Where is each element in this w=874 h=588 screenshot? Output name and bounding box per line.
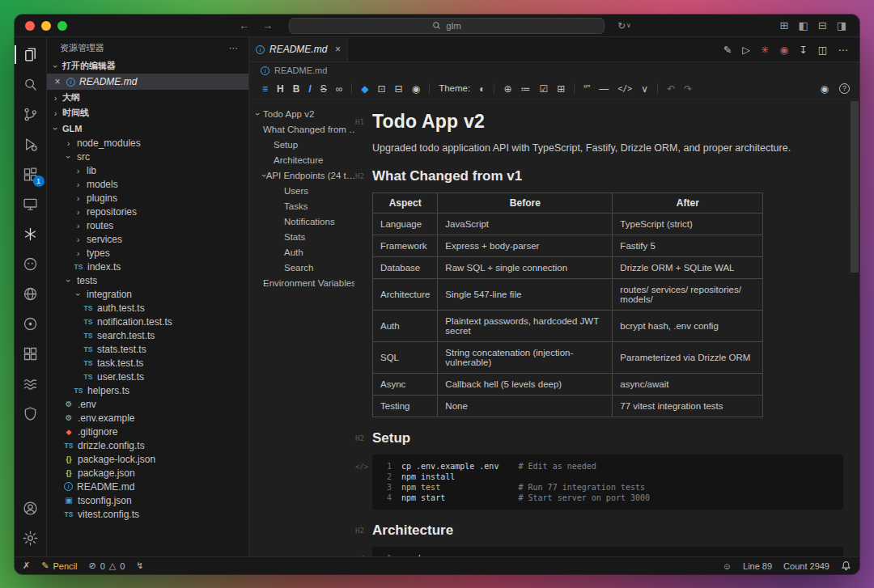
command-center-search[interactable]: glm xyxy=(289,18,605,34)
paste-icon[interactable]: ⊟ xyxy=(395,84,403,94)
edit-icon[interactable]: ✎ xyxy=(723,44,732,56)
tree-item-package-lock-json[interactable]: {}package-lock.json xyxy=(47,452,248,466)
tree-item-src[interactable]: ›src xyxy=(47,150,248,163)
outline-item[interactable]: Auth xyxy=(249,244,354,260)
outline-item[interactable]: Stats xyxy=(249,229,354,244)
pencil-status-item[interactable]: ✎ Pencil xyxy=(41,561,77,571)
activity-extensions[interactable]: 1 xyxy=(15,159,47,189)
section-outline[interactable]: › 大纲 xyxy=(47,90,248,105)
activity-shield[interactable] xyxy=(15,399,47,429)
outline-item[interactable]: Notifications xyxy=(249,214,354,229)
settings-button[interactable] xyxy=(15,523,47,553)
tree-item-integration[interactable]: ›integration xyxy=(47,287,248,301)
code-icon[interactable]: </> xyxy=(617,85,632,93)
toggle-sidebar-icon[interactable]: ◧ xyxy=(799,19,808,32)
activity-assistant[interactable] xyxy=(15,249,47,279)
account-button[interactable] xyxy=(15,493,47,523)
open-editor-readme[interactable]: × i README.md xyxy=(47,74,248,90)
more-actions-icon[interactable]: ⋯ xyxy=(229,43,239,53)
tree-item-lib[interactable]: ›lib xyxy=(47,163,248,177)
hr-icon[interactable]: — xyxy=(599,84,609,94)
tree-item-services[interactable]: ›services xyxy=(47,232,248,246)
sync-status-icon[interactable]: ↻∨ xyxy=(617,20,631,32)
activity-snowflake[interactable] xyxy=(15,219,47,249)
feedback-icon[interactable]: ☺ xyxy=(723,561,732,571)
tab-close-icon[interactable]: × xyxy=(335,44,341,55)
outline-item[interactable]: Architecture xyxy=(249,152,354,167)
tree-item-notification-test-ts[interactable]: TSnotification.test.ts xyxy=(47,315,248,328)
help-icon[interactable]: ? xyxy=(839,83,850,94)
export-icon[interactable]: ⊕ xyxy=(503,84,511,94)
link-icon[interactable]: ∞ xyxy=(336,84,343,94)
nav-back-icon[interactable]: ← xyxy=(239,19,249,32)
tree-item-env[interactable]: ⚙.env xyxy=(47,397,248,411)
split-editor-icon[interactable]: ◫ xyxy=(818,44,828,56)
bold-icon[interactable]: B xyxy=(293,84,300,94)
tree-item-types[interactable]: ›types xyxy=(47,246,248,260)
activity-remote-explorer[interactable] xyxy=(15,189,47,219)
tree-item-readme-md[interactable]: iREADME.md xyxy=(47,480,248,493)
import-icon[interactable]: ↧ xyxy=(799,44,807,56)
markdown-document[interactable]: H1 Todo App v2 Upgraded todo application… xyxy=(354,99,859,556)
activity-globe[interactable] xyxy=(15,279,47,309)
count-indicator[interactable]: Count 2949 xyxy=(783,561,829,571)
activity-grid[interactable] xyxy=(15,339,47,369)
sparkle-extension-icon[interactable]: ✳ xyxy=(761,44,769,56)
strikethrough-icon[interactable]: S xyxy=(320,84,327,94)
tree-item-task-test-ts[interactable]: TStask.test.ts xyxy=(47,356,248,370)
outline-item[interactable]: Tasks xyxy=(249,198,354,214)
minimize-window-button[interactable] xyxy=(41,21,51,31)
toggle-panel-icon[interactable]: ⊟ xyxy=(818,19,827,32)
outline-item[interactable]: Setup xyxy=(249,137,354,152)
undo-icon[interactable]: ↶ xyxy=(667,84,675,94)
tab-readme[interactable]: i README.md × xyxy=(249,37,348,61)
outline-item[interactable]: Users xyxy=(249,183,354,198)
tree-item-models[interactable]: ›models xyxy=(47,177,248,191)
run-icon[interactable]: ▷ xyxy=(742,44,750,56)
tree-item-user-test-ts[interactable]: TSuser.test.ts xyxy=(47,370,248,383)
checklist-icon[interactable]: ☑ xyxy=(539,84,548,94)
breadcrumb[interactable]: i README.md xyxy=(249,62,859,78)
tree-item-vitest-config-ts[interactable]: TSvitest.config.ts xyxy=(47,507,248,521)
activity-waves[interactable] xyxy=(15,369,47,399)
tree-item-auth-test-ts[interactable]: TSauth.test.ts xyxy=(47,301,248,315)
nav-forward-icon[interactable]: → xyxy=(262,19,273,32)
record-icon[interactable]: ◉ xyxy=(779,44,788,56)
tree-item-tsconfig-json[interactable]: ▣tsconfig.json xyxy=(47,493,248,507)
customize-layout-icon[interactable]: ⊞ xyxy=(780,19,789,32)
tree-item-stats-test-ts[interactable]: TSstats.test.ts xyxy=(47,342,248,356)
table-icon[interactable]: ⊞ xyxy=(557,84,565,94)
expand-icon[interactable]: ∨ xyxy=(641,84,648,94)
list-icon[interactable]: ≔ xyxy=(520,84,530,94)
tree-item-search-test-ts[interactable]: TSsearch.test.ts xyxy=(47,328,248,342)
heading-icon[interactable]: H xyxy=(277,84,284,94)
line-indicator[interactable]: Line 89 xyxy=(743,561,772,571)
tree-item-package-json[interactable]: {}package.json xyxy=(47,466,248,480)
quote-icon[interactable]: “” xyxy=(583,84,590,94)
tree-item-plugins[interactable]: ›plugins xyxy=(47,191,248,205)
section-project-glm[interactable]: › GLM xyxy=(47,121,248,136)
zap-icon[interactable]: ↯ xyxy=(136,561,143,571)
section-timeline[interactable]: › 时间线 xyxy=(47,105,248,121)
theme-icon[interactable]: ◐ xyxy=(479,84,485,94)
italic-icon[interactable]: I xyxy=(308,84,311,94)
activity-run-debug[interactable] xyxy=(15,129,47,159)
activity-explorer[interactable] xyxy=(15,40,47,70)
tree-item-routes[interactable]: ›routes xyxy=(47,218,248,232)
problems-status-item[interactable]: ⊘ 0 △ 0 xyxy=(88,561,125,571)
maximize-window-button[interactable] xyxy=(57,21,67,31)
section-open-editors[interactable]: › 打开的编辑器 xyxy=(47,58,248,74)
tree-item-env-example[interactable]: ⚙.env.example xyxy=(47,411,248,425)
tree-item-node-modules[interactable]: ›node_modules xyxy=(47,136,248,150)
tree-item-helpers-ts[interactable]: TShelpers.ts xyxy=(47,383,248,397)
more-actions-icon[interactable]: ⋯ xyxy=(838,44,849,56)
activity-source-control[interactable] xyxy=(15,99,47,129)
preview-eye-icon[interactable]: ◉ xyxy=(412,84,420,94)
activity-search[interactable] xyxy=(15,70,47,99)
close-window-button[interactable] xyxy=(25,21,35,31)
activity-target[interactable] xyxy=(15,309,47,339)
copy-icon[interactable]: ⊡ xyxy=(378,84,386,94)
view-eye-icon[interactable]: ◉ xyxy=(821,84,829,94)
scrollbar-thumb[interactable] xyxy=(851,101,859,273)
remote-indicator-icon[interactable]: ✗ xyxy=(23,561,30,571)
